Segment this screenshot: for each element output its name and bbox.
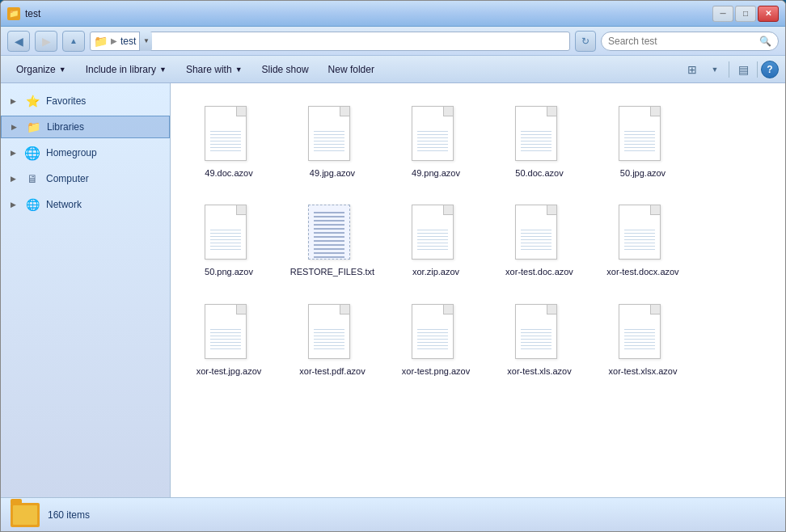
window-title: test [25,8,40,19]
file-icon-wrapper [407,99,465,164]
address-field[interactable]: 📁 ▶ test ▼ [90,32,570,51]
view-button[interactable]: ⊞ [682,59,703,80]
address-bar: ◀ ▶ ▲ 📁 ▶ test ▼ ↻ 🔍 [1,27,785,56]
doc-icon [205,201,253,260]
favorites-icon: ⭐ [25,94,40,108]
file-icon-wrapper [510,298,568,362]
forward-button[interactable]: ▶ [35,31,57,52]
sidebar-item-homegroup[interactable]: ▶ 🌐 Homegroup [1,141,170,164]
refresh-button[interactable]: ↻ [575,31,596,52]
file-label: 49.png.azov [412,167,460,179]
search-icon: 🔍 [759,36,771,47]
file-item[interactable]: xor.zip.azov [387,192,484,284]
status-bar: 160 items [1,497,785,531]
file-icon-wrapper [200,198,258,263]
file-label: 50.doc.azov [515,167,563,179]
file-item[interactable]: 49.jpg.azov [284,93,381,185]
share-with-button[interactable]: Share with ▼ [177,59,251,80]
status-folder-inner [13,505,37,525]
file-item[interactable]: RESTORE_FILES.txt [284,192,381,284]
file-icon-wrapper [407,198,465,263]
maximize-button[interactable]: □ [735,6,756,22]
file-item[interactable]: xor-test.png.azov [387,291,484,383]
file-item[interactable]: 49.png.azov [387,93,484,185]
search-input[interactable] [608,36,756,47]
help-button[interactable]: ? [761,61,779,78]
doc-icon [619,301,667,359]
expand-icon-homegroup: ▶ [11,149,19,157]
breadcrumb-folder-icon: 📁 [91,35,111,48]
sidebar-item-network[interactable]: ▶ 🌐 Network [1,193,170,216]
doc-icon [308,103,357,161]
sidebar: ▶ ⭐ Favorites ▶ 📁 Libraries ▶ 🌐 Homegrou… [1,83,171,497]
expand-icon-network: ▶ [11,201,19,209]
txt-icon [308,201,357,260]
file-item[interactable]: xor-test.pdf.azov [284,291,381,383]
toolbar-separator [729,61,729,78]
file-icon-wrapper [614,99,672,164]
libraries-icon: 📁 [26,120,40,134]
title-bar: 📁 test ─ □ ✕ [1,1,785,27]
file-item[interactable]: xor-test.docx.azov [594,192,691,284]
file-label: xor-test.xls.azov [507,365,571,377]
sidebar-item-libraries[interactable]: ▶ 📁 Libraries [1,116,170,138]
search-box[interactable]: 🔍 [601,32,779,51]
breadcrumb-dropdown[interactable]: ▼ [139,32,152,51]
file-label: 49.doc.azov [205,167,252,179]
slide-show-button[interactable]: Slide show [253,59,318,80]
file-item[interactable]: xor-test.xlsx.azov [594,291,691,383]
sidebar-section-libraries: ▶ 📁 Libraries [1,116,170,138]
minimize-button[interactable]: ─ [712,6,733,22]
include-in-library-button[interactable]: Include in library ▼ [77,59,175,80]
close-button[interactable]: ✕ [758,6,779,22]
doc-icon [412,301,460,359]
file-label: 49.jpg.azov [310,167,355,179]
file-label: xor-test.xlsx.azov [609,365,678,377]
file-item[interactable]: 49.doc.azov [180,93,277,185]
doc-icon [619,201,667,260]
sidebar-section-homegroup: ▶ 🌐 Homegroup [1,141,170,164]
doc-icon [515,301,564,359]
file-icon-wrapper [407,298,465,362]
file-area: 49.doc.azov 49.jp [171,83,785,497]
doc-icon [412,201,460,260]
file-label: 50.png.azov [205,266,253,277]
doc-icon [308,301,357,359]
preview-pane-button[interactable]: ▤ [733,59,754,80]
explorer-window: 📁 test ─ □ ✕ ◀ ▶ ▲ 📁 ▶ test ▼ ↻ 🔍 Organi… [0,0,786,532]
file-grid: 49.doc.azov 49.jp [171,83,785,497]
doc-icon [515,103,564,161]
expand-icon: ▶ [11,97,19,105]
expand-icon-libraries: ▶ [11,123,19,131]
doc-icon [515,201,564,260]
file-item[interactable]: 50.jpg.azov [594,93,691,185]
file-label: RESTORE_FILES.txt [290,266,374,277]
file-label: xor-test.pdf.azov [299,365,365,377]
sidebar-section-favorites: ▶ ⭐ Favorites [1,90,170,112]
view-dropdown-button[interactable]: ▼ [704,59,725,80]
sidebar-item-favorites[interactable]: ▶ ⭐ Favorites [1,90,170,112]
back-button[interactable]: ◀ [7,31,30,52]
status-item-count: 160 items [48,509,90,521]
file-item[interactable]: 50.doc.azov [491,93,588,185]
network-icon: 🌐 [25,197,40,212]
file-item[interactable]: 50.png.azov [180,192,277,284]
file-label: 50.jpg.azov [620,167,666,179]
expand-icon-computer: ▶ [11,175,19,183]
file-icon-wrapper [510,198,568,263]
file-icon-wrapper [200,99,258,164]
toolbar: Organize ▼ Include in library ▼ Share wi… [1,56,785,83]
up-button[interactable]: ▲ [62,31,85,52]
sidebar-section-computer: ▶ 🖥 Computer [1,167,170,190]
sidebar-item-computer[interactable]: ▶ 🖥 Computer [1,167,170,190]
doc-icon [412,103,460,161]
organize-button[interactable]: Organize ▼ [7,59,75,80]
file-item[interactable]: xor-test.jpg.azov [180,291,277,383]
file-icon-wrapper [614,198,672,263]
doc-icon [205,301,253,359]
file-label: xor-test.png.azov [402,365,470,377]
new-folder-button[interactable]: New folder [319,59,383,80]
title-bar-controls: ─ □ ✕ [712,6,779,22]
file-item[interactable]: xor-test.xls.azov [491,291,588,383]
file-item[interactable]: xor-test.doc.azov [491,192,588,284]
